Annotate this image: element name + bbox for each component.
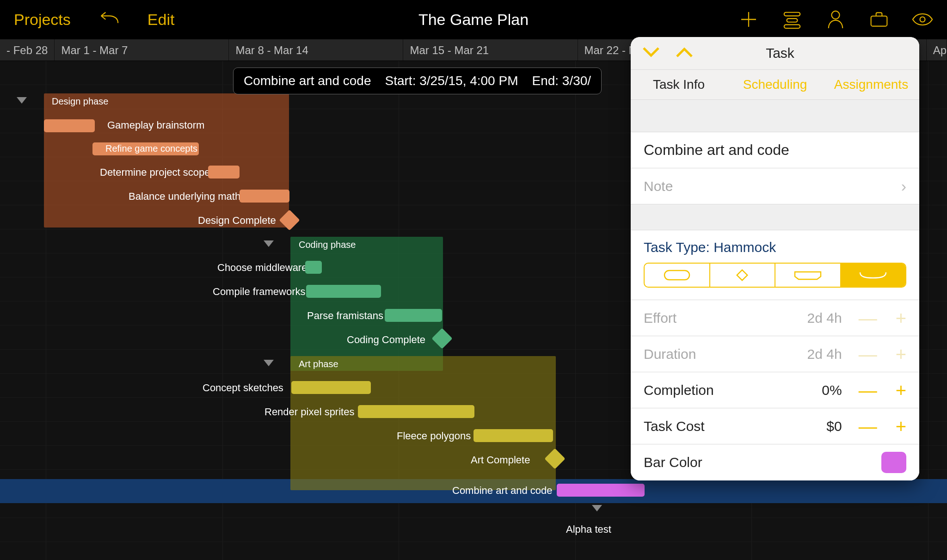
panel-spacer bbox=[631, 100, 919, 132]
task-inspector-panel: Task Task Info Scheduling Assignments Co… bbox=[631, 37, 919, 480]
duration-row: Duration 2d 4h — + bbox=[631, 336, 919, 372]
task-type-milestone[interactable] bbox=[710, 264, 776, 287]
task-cost-row: Task Cost $0 — + bbox=[631, 408, 919, 444]
task-type-label: Task Type: Hammock bbox=[644, 240, 776, 255]
duration-label: Duration bbox=[644, 346, 807, 362]
task-label: Coding phase bbox=[299, 240, 356, 250]
tab-scheduling[interactable]: Scheduling bbox=[727, 70, 823, 99]
effort-row: Effort 2d 4h — + bbox=[631, 300, 919, 336]
tab-assignments[interactable]: Assignments bbox=[823, 70, 919, 99]
task-label: Render pixel sprites bbox=[264, 406, 354, 418]
minus-icon[interactable]: — bbox=[859, 421, 877, 432]
resources-icon[interactable] bbox=[825, 9, 846, 30]
task-name-field[interactable]: Combine art and code bbox=[631, 132, 919, 168]
task-label: Alpha test bbox=[566, 523, 611, 535]
plus-icon[interactable]: + bbox=[896, 385, 906, 396]
ruler-cell: Mar 15 - Mar 21 bbox=[403, 39, 578, 61]
group-design[interactable] bbox=[44, 93, 289, 228]
effort-label: Effort bbox=[644, 310, 807, 326]
svg-rect-2 bbox=[784, 25, 800, 28]
top-toolbar: Projects Edit The Game Plan bbox=[0, 0, 947, 39]
svg-point-3 bbox=[831, 11, 839, 19]
task-type-segmented bbox=[644, 263, 906, 288]
task-label: Art Complete bbox=[471, 454, 530, 466]
task-label: Art phase bbox=[299, 359, 338, 369]
task-bar[interactable] bbox=[240, 190, 289, 203]
view-icon[interactable] bbox=[912, 9, 933, 30]
bar-color-row[interactable]: Bar Color bbox=[631, 444, 919, 480]
task-type-task[interactable] bbox=[645, 264, 710, 287]
disclosure-caret[interactable] bbox=[17, 97, 27, 104]
color-swatch[interactable] bbox=[881, 452, 906, 473]
completion-label: Completion bbox=[644, 382, 822, 398]
disclosure-caret[interactable] bbox=[264, 360, 274, 366]
task-type-row: Task Type: Hammock bbox=[631, 230, 919, 300]
completion-row: Completion 0% — + bbox=[631, 372, 919, 408]
panel-title: Task bbox=[652, 45, 908, 61]
task-bar[interactable] bbox=[474, 429, 553, 442]
note-label: Note bbox=[644, 178, 901, 194]
task-label: Coding Complete bbox=[347, 334, 425, 346]
task-tooltip: Combine art and code Start: 3/25/15, 4:0… bbox=[233, 68, 602, 94]
tooltip-end: End: 3/30/ bbox=[532, 74, 591, 88]
disclosure-caret[interactable] bbox=[264, 240, 274, 247]
ruler-cell: - Feb 28 bbox=[0, 39, 55, 61]
plus-icon[interactable]: + bbox=[896, 421, 906, 432]
task-bar-selected[interactable] bbox=[557, 484, 645, 497]
chevron-right-icon: › bbox=[901, 177, 906, 195]
task-label: Refine game concepts bbox=[105, 143, 197, 154]
ruler-cell: Mar 1 - Mar 7 bbox=[55, 39, 229, 61]
document-title: The Game Plan bbox=[264, 11, 683, 29]
tab-task-info[interactable]: Task Info bbox=[631, 70, 727, 99]
disclosure-caret[interactable] bbox=[592, 505, 602, 511]
duration-value: 2d 4h bbox=[807, 346, 842, 362]
note-row[interactable]: Note › bbox=[631, 168, 919, 204]
task-label: Compile frameworks bbox=[213, 286, 306, 298]
group-art[interactable] bbox=[290, 356, 556, 490]
task-bar[interactable] bbox=[208, 166, 240, 178]
edit-button[interactable]: Edit bbox=[148, 11, 175, 29]
task-label: Design Complete bbox=[198, 215, 276, 227]
projects-button[interactable]: Projects bbox=[14, 11, 71, 29]
briefcase-icon[interactable] bbox=[868, 9, 890, 30]
panel-spacer bbox=[631, 204, 919, 230]
tooltip-start: Start: 3/25/15, 4:00 PM bbox=[385, 74, 518, 88]
task-bar[interactable] bbox=[305, 261, 322, 274]
task-label: Choose middleware bbox=[217, 262, 307, 274]
undo-icon[interactable] bbox=[98, 9, 120, 30]
task-label: Parse framistans bbox=[307, 310, 383, 322]
svg-point-5 bbox=[920, 17, 925, 22]
task-label: Combine art and code bbox=[452, 485, 552, 497]
panel-tabs: Task Info Scheduling Assignments bbox=[631, 69, 919, 100]
task-label: Gameplay brainstorm bbox=[107, 119, 204, 131]
add-icon[interactable] bbox=[738, 9, 759, 30]
minus-icon[interactable]: — bbox=[859, 385, 877, 396]
task-type-group[interactable] bbox=[775, 264, 841, 287]
plus-icon[interactable]: + bbox=[896, 313, 906, 324]
plus-icon[interactable]: + bbox=[896, 349, 906, 360]
ruler-cell: Mar 8 - Mar 14 bbox=[229, 39, 403, 61]
task-type-hammock[interactable] bbox=[841, 264, 906, 287]
svg-rect-0 bbox=[784, 12, 800, 16]
tooltip-task-name: Combine art and code bbox=[244, 74, 371, 88]
task-inspector-icon[interactable] bbox=[781, 9, 803, 30]
task-label: Concept sketches bbox=[203, 382, 283, 394]
task-bar[interactable] bbox=[44, 119, 95, 132]
svg-rect-1 bbox=[787, 18, 798, 22]
task-label: Determine project scope bbox=[100, 166, 210, 178]
minus-icon[interactable]: — bbox=[859, 349, 877, 360]
task-bar[interactable] bbox=[385, 309, 442, 322]
barcolor-label: Bar Color bbox=[644, 455, 881, 470]
minus-icon[interactable]: — bbox=[859, 313, 877, 324]
completion-value: 0% bbox=[822, 382, 842, 398]
task-label: Balance underlying math bbox=[129, 191, 240, 203]
task-bar[interactable] bbox=[306, 285, 381, 298]
ruler-cell: Ap bbox=[927, 39, 947, 61]
effort-value: 2d 4h bbox=[807, 310, 842, 326]
task-bar[interactable] bbox=[291, 381, 371, 394]
group-coding[interactable] bbox=[290, 237, 443, 371]
task-label: Fleece polygons bbox=[397, 430, 471, 442]
task-bar[interactable] bbox=[358, 405, 474, 418]
svg-rect-6 bbox=[664, 271, 689, 280]
task-name-text: Combine art and code bbox=[644, 142, 906, 159]
